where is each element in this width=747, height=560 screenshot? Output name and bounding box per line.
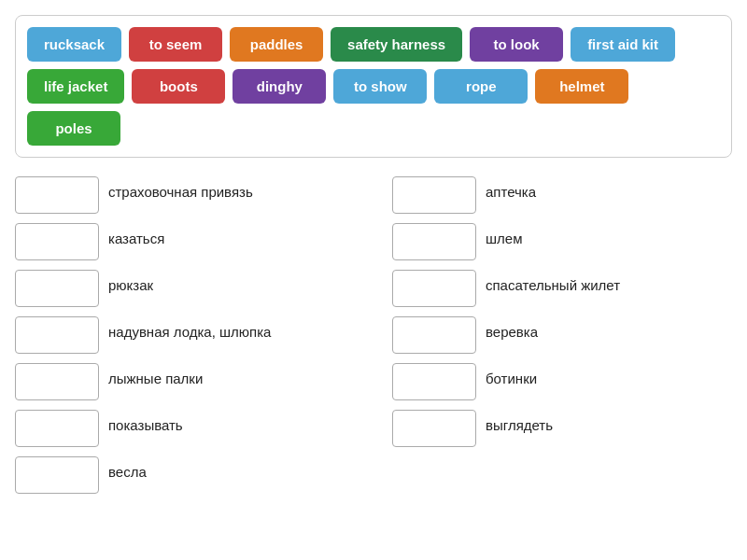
word-tile-to-look[interactable]: to look	[470, 27, 563, 62]
word-tile-helmet[interactable]: helmet	[535, 69, 628, 104]
match-label-left-2: казаться	[108, 223, 164, 248]
word-tile-to-show[interactable]: to show	[333, 69, 427, 104]
match-row: выглядеть	[392, 410, 732, 447]
match-row: шлем	[392, 223, 732, 260]
match-label-right-5: ботинки	[486, 363, 537, 388]
word-tile-life-jacket[interactable]: life jacket	[27, 69, 124, 104]
drop-box-right-1[interactable]	[392, 176, 476, 214]
match-row: казаться	[15, 223, 355, 260]
left-match-column: страховочная привязьказатьсярюкзакнадувн…	[15, 176, 355, 494]
word-tile-boots[interactable]: boots	[132, 69, 225, 104]
drop-box-left-6[interactable]	[15, 410, 99, 447]
match-label-right-6: выглядеть	[486, 410, 553, 435]
match-label-left-1: страховочная привязь	[108, 176, 253, 202]
match-label-left-3: рюкзак	[108, 270, 153, 295]
drop-box-left-2[interactable]	[15, 223, 99, 260]
match-row: страховочная привязь	[15, 176, 355, 214]
match-row: веревка	[392, 316, 732, 354]
word-tile-rope[interactable]: rope	[434, 69, 528, 104]
match-area: страховочная привязьказатьсярюкзакнадувн…	[15, 176, 732, 494]
drop-box-left-3[interactable]	[15, 270, 99, 307]
drop-box-right-4[interactable]	[392, 316, 476, 354]
word-tile-dinghy[interactable]: dinghy	[233, 69, 326, 104]
word-bank: rucksackto seempaddlessafety harnessto l…	[15, 15, 732, 158]
match-label-right-3: спасательный жилет	[486, 270, 620, 295]
match-row: надувная лодка, шлюпка	[15, 316, 355, 354]
match-row: аптечка	[392, 176, 732, 214]
match-row: спасательный жилет	[392, 270, 732, 307]
drop-box-left-5[interactable]	[15, 363, 99, 400]
match-label-right-1: аптечка	[486, 176, 536, 202]
word-tile-first-aid-kit[interactable]: first aid kit	[571, 27, 675, 62]
drop-box-right-6[interactable]	[392, 410, 476, 447]
drop-box-right-5[interactable]	[392, 363, 476, 400]
drop-box-right-3[interactable]	[392, 270, 476, 307]
match-row: показывать	[15, 410, 355, 447]
match-label-left-4: надувная лодка, шлюпка	[108, 316, 271, 342]
match-label-left-5: лыжные палки	[108, 363, 203, 388]
match-row: ботинки	[392, 363, 732, 400]
drop-box-left-4[interactable]	[15, 316, 99, 354]
drop-box-right-2[interactable]	[392, 223, 476, 260]
drop-box-left-1[interactable]	[15, 176, 99, 214]
right-match-column: аптечкашлемспасательный жилетверевкаботи…	[392, 176, 732, 494]
match-label-left-6: показывать	[108, 410, 183, 435]
word-tile-poles[interactable]: poles	[27, 111, 120, 146]
word-tile-safety-harness[interactable]: safety harness	[331, 27, 462, 62]
match-row: рюкзак	[15, 270, 355, 307]
drop-box-left-7[interactable]	[15, 456, 99, 494]
word-tile-paddles[interactable]: paddles	[230, 27, 323, 62]
match-label-right-2: шлем	[486, 223, 522, 248]
word-tile-rucksack[interactable]: rucksack	[27, 27, 121, 62]
match-label-right-4: веревка	[486, 316, 538, 342]
match-label-left-7: весла	[108, 456, 147, 482]
word-tile-to-seem[interactable]: to seem	[129, 27, 222, 62]
match-row: весла	[15, 456, 355, 494]
match-row: лыжные палки	[15, 363, 355, 400]
